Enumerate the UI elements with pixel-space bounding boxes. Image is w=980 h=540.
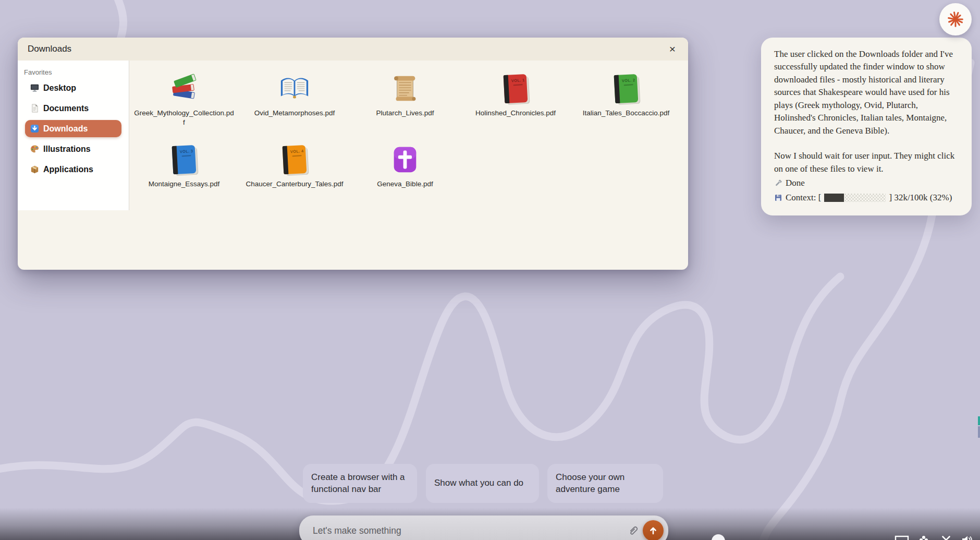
file-Geneva_Bible.pdf[interactable]: Geneva_Bible.pdf: [350, 143, 460, 214]
window-title: Downloads: [28, 44, 71, 54]
cross-book-icon: [388, 143, 422, 176]
file-Montaigne_Essays.pdf[interactable]: VOL. 3 Montaigne_Essays.pdf: [129, 143, 239, 214]
open-book-icon: [278, 72, 311, 105]
finder-titlebar[interactable]: Downloads ×: [18, 38, 688, 61]
file-name-label: Holinshed_Chronicles.pdf: [475, 109, 556, 118]
file-Holinshed_Chronicles.pdf[interactable]: VOL. 1 Holinshed_Chronicles.pdf: [460, 72, 571, 143]
closed-book-icon: VOL. 4: [278, 143, 311, 176]
floppy-disk-icon: [774, 194, 782, 202]
window-restore-icon[interactable]: [895, 535, 909, 540]
sidebar-item-label: Downloads: [43, 124, 88, 134]
file-name-label: Montaigne_Essays.pdf: [149, 179, 220, 189]
done-status-line: Done: [774, 177, 959, 189]
assistant-paragraph: Now I should wait for user input. They m…: [774, 150, 959, 175]
sidebar-item-label: Illustrations: [43, 145, 91, 154]
suggestion-chip-adventure[interactable]: Choose your own adventure game: [547, 464, 663, 503]
desktop-icon: [30, 83, 40, 93]
sidebar-item-label: Documents: [43, 104, 89, 113]
sidebar-item-applications[interactable]: Applications: [25, 161, 121, 178]
sidebar-item-documents[interactable]: Documents: [25, 100, 121, 117]
composer-bar[interactable]: Let's make something: [299, 515, 668, 540]
file-name-label: Geneva_Bible.pdf: [377, 179, 433, 189]
context-value: ] 32k/100k (32%): [889, 191, 952, 204]
palette-icon: [30, 144, 40, 154]
books-stack-icon: [167, 72, 201, 105]
sidebar-item-label: Desktop: [43, 83, 76, 93]
starburst-icon: [945, 9, 966, 30]
paperclip-icon: [627, 525, 639, 536]
file-name-label: Chaucer_Canterbury_Tales.pdf: [246, 179, 344, 189]
file-Italian_Tales_Boccaccio.pdf[interactable]: VOL. 2 Italian_Tales_Boccaccio.pdf: [571, 72, 681, 143]
desktop: Downloads × Favorites Desktop Documents …: [0, 0, 980, 540]
finder-sidebar: Favorites Desktop Documents Downloads Il…: [18, 61, 129, 210]
done-status-label: Done: [786, 177, 805, 189]
arrow-up-icon: [647, 524, 659, 537]
file-Ovid_Metamorphoses.pdf[interactable]: Ovid_Metamorphoses.pdf: [239, 72, 350, 143]
download-icon: [30, 124, 40, 134]
speaker-icon[interactable]: [961, 535, 973, 540]
sidebar-item-desktop[interactable]: Desktop: [25, 79, 121, 97]
assistant-panel: The user clicked on the Downloads folder…: [761, 38, 972, 215]
assistant-logo-button[interactable]: [939, 3, 972, 35]
context-label: Context: [: [786, 191, 821, 204]
closed-book-icon: VOL. 3: [167, 143, 201, 176]
sidebar-item-illustrations[interactable]: Illustrations: [25, 140, 121, 158]
wrench-icon: [774, 179, 782, 187]
edge-marker-teal: [978, 416, 980, 425]
file-name-label: Ovid_Metamorphoses.pdf: [254, 109, 335, 118]
context-bar-fill: [824, 194, 844, 202]
file-name-label: Plutarch_Lives.pdf: [376, 109, 434, 118]
suggestion-chip-browser[interactable]: Create a browser with a functional nav b…: [303, 464, 417, 503]
context-progress-bar: [824, 194, 886, 202]
composer-input[interactable]: Let's make something: [313, 525, 625, 536]
close-icon[interactable]: ×: [665, 42, 680, 56]
document-icon: [30, 103, 40, 113]
closed-book-icon: VOL. 2: [609, 72, 643, 105]
suggestion-chip-capabilities[interactable]: Show what you can do: [426, 464, 539, 503]
assistant-paragraph: The user clicked on the Downloads folder…: [774, 48, 959, 137]
finder-window: Downloads × Favorites Desktop Documents …: [18, 38, 688, 270]
file-name-label: Greek_Mythology_Collection.pdf: [134, 109, 234, 127]
attach-button[interactable]: [625, 523, 641, 538]
file-Plutarch_Lives.pdf[interactable]: Plutarch_Lives.pdf: [350, 72, 460, 143]
sidebar-item-label: Applications: [43, 165, 93, 174]
file-grid: Greek_Mythology_Collection.pdf Ovid_Meta…: [129, 61, 688, 270]
resize-arrows-icon[interactable]: [941, 535, 951, 540]
package-icon: [30, 164, 40, 174]
sidebar-list: Desktop Documents Downloads Illustration…: [18, 79, 129, 178]
edge-marker-blue: [978, 426, 980, 438]
sidebar-item-downloads[interactable]: Downloads: [25, 120, 121, 137]
closed-book-icon: VOL. 1: [499, 72, 532, 105]
favorites-section-label: Favorites: [24, 68, 129, 76]
file-Chaucer_Canterbury_Tales.pdf[interactable]: VOL. 4 Chaucer_Canterbury_Tales.pdf: [239, 143, 350, 214]
context-status-line: Context: [] 32k/100k (32%): [774, 191, 959, 204]
file-Greek_Mythology_Collection.pdf[interactable]: Greek_Mythology_Collection.pdf: [129, 72, 239, 143]
apps-flower-icon[interactable]: [918, 535, 929, 540]
send-button[interactable]: [643, 520, 664, 540]
file-name-label: Italian_Tales_Boccaccio.pdf: [583, 109, 670, 118]
scroll-icon: [388, 72, 422, 105]
